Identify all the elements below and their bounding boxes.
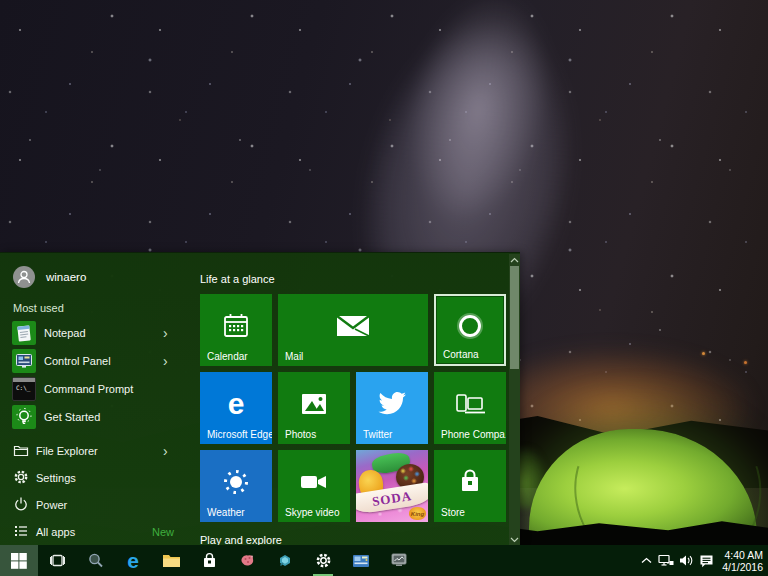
network-icon [658, 554, 674, 567]
app-icon-teal-button[interactable] [266, 545, 304, 576]
tile-candy-crush-soda[interactable]: SODA King [356, 450, 428, 522]
menu-item-label: Command Prompt [44, 383, 133, 395]
phone-companion-icon [453, 391, 487, 417]
menu-item-settings[interactable]: Settings [0, 464, 198, 491]
system-tray: 4:40 AM 4/1/2016 [636, 545, 768, 576]
photos-icon [299, 389, 329, 419]
tile-twitter[interactable]: Twitter [356, 372, 428, 444]
tile-label: Microsoft Edge [207, 429, 272, 440]
calendar-icon [221, 311, 251, 341]
settings-taskbar-button[interactable] [304, 545, 342, 576]
cortana-icon [454, 310, 486, 342]
gear-icon [315, 552, 332, 569]
start-menu-left-panel: winaero Most used Notepad › Control Pane… [0, 253, 198, 545]
menu-item-power[interactable]: Power [0, 491, 198, 518]
chevron-right-icon[interactable]: › [163, 326, 168, 340]
gear-icon [13, 469, 29, 485]
king-logo: King [409, 507, 426, 520]
twitter-bird-icon [376, 390, 408, 418]
tray-overflow-button[interactable] [636, 545, 656, 576]
store-taskbar-button[interactable] [190, 545, 228, 576]
user-avatar-icon [13, 266, 35, 288]
user-account-button[interactable]: winaero [13, 265, 86, 289]
tile-group-title[interactable]: Life at a glance [200, 273, 275, 285]
soda-ribbon-text: SODA [371, 487, 413, 509]
candy-crush-soda-tile-art: SODA King [356, 450, 428, 522]
tile-label: Photos [285, 429, 316, 440]
menu-item-label: File Explorer [36, 445, 98, 457]
menu-item-command-prompt[interactable]: C:\_ Command Prompt [0, 375, 198, 403]
tile-photos[interactable]: Photos [278, 372, 350, 444]
king-logo-text: King [411, 511, 424, 517]
start-button[interactable] [0, 545, 38, 576]
tile-weather[interactable]: Weather [200, 450, 272, 522]
orange-star [702, 352, 705, 355]
action-center-button[interactable] [696, 545, 716, 576]
shopping-bag-icon [455, 467, 485, 497]
menu-item-all-apps[interactable]: All apps New [0, 518, 198, 545]
chevron-right-icon[interactable]: › [163, 444, 168, 458]
pink-app-icon [239, 553, 256, 568]
start-menu-scrollbar[interactable] [509, 254, 520, 545]
tile-label: Mail [285, 351, 303, 362]
speaker-icon [679, 554, 694, 567]
task-view-button[interactable] [38, 545, 76, 576]
tile-label: Store [441, 507, 465, 518]
mail-icon [335, 313, 371, 339]
tile-label: Twitter [363, 429, 392, 440]
folder-icon [162, 553, 181, 568]
user-name: winaero [46, 271, 86, 283]
file-explorer-taskbar-button[interactable] [152, 545, 190, 576]
edge-taskbar-button[interactable]: e [114, 545, 152, 576]
menu-item-control-panel[interactable]: Control Panel › [0, 347, 198, 375]
edge-icon: e [127, 550, 139, 571]
tile-cortana[interactable]: Cortana [434, 294, 506, 366]
network-tray-button[interactable] [656, 545, 676, 576]
windows-logo-icon [11, 553, 27, 569]
tile-label: Weather [207, 507, 245, 518]
taskbar: e [0, 545, 768, 576]
most-used-header: Most used [13, 302, 64, 314]
search-icon [87, 552, 104, 569]
orange-star [744, 361, 747, 364]
volume-tray-button[interactable] [676, 545, 696, 576]
app-icon-pink-button[interactable] [228, 545, 266, 576]
menu-item-notepad[interactable]: Notepad › [0, 319, 198, 347]
display-settings-icon [352, 554, 370, 568]
tile-microsoft-edge[interactable]: e Microsoft Edge [200, 372, 272, 444]
tile-label: Cortana [443, 349, 479, 360]
scroll-down-arrow[interactable] [509, 534, 520, 545]
menu-item-file-explorer[interactable]: File Explorer › [0, 437, 198, 464]
clock-date: 4/1/2016 [716, 561, 763, 573]
chevron-right-icon[interactable]: › [163, 354, 168, 368]
notepad-icon [12, 321, 36, 345]
menu-item-label: Control Panel [44, 355, 111, 367]
power-icon [13, 496, 29, 512]
tile-skype-video[interactable]: Skype video [278, 450, 350, 522]
store-bag-icon [201, 552, 218, 569]
menu-item-label: Settings [36, 472, 76, 484]
control-panel-icon [12, 349, 36, 373]
menu-item-label: Power [36, 499, 67, 511]
scrollbar-thumb[interactable] [510, 266, 519, 369]
clock-time: 4:40 AM [716, 549, 763, 561]
tile-label: Calendar [207, 351, 248, 362]
svg-text:C:\_: C:\_ [16, 384, 31, 392]
command-prompt-icon: C:\_ [12, 377, 36, 401]
file-explorer-icon [13, 442, 29, 458]
tile-mail[interactable]: Mail [278, 294, 428, 366]
taskbar-clock[interactable]: 4:40 AM 4/1/2016 [716, 549, 768, 573]
tile-phone-companion[interactable]: Phone Compa... [434, 372, 506, 444]
search-button[interactable] [76, 545, 114, 576]
tile-store[interactable]: Store [434, 450, 506, 522]
display-settings-button[interactable] [342, 545, 380, 576]
scroll-up-arrow[interactable] [509, 254, 520, 265]
video-camera-icon [298, 471, 330, 493]
tile-calendar[interactable]: Calendar [200, 294, 272, 366]
system-monitor-button[interactable] [380, 545, 418, 576]
system-monitor-icon [390, 553, 408, 568]
menu-item-label: Get Started [44, 411, 100, 423]
edge-icon: e [228, 389, 245, 419]
start-menu: winaero Most used Notepad › Control Pane… [0, 252, 520, 545]
menu-item-get-started[interactable]: Get Started [0, 403, 198, 431]
